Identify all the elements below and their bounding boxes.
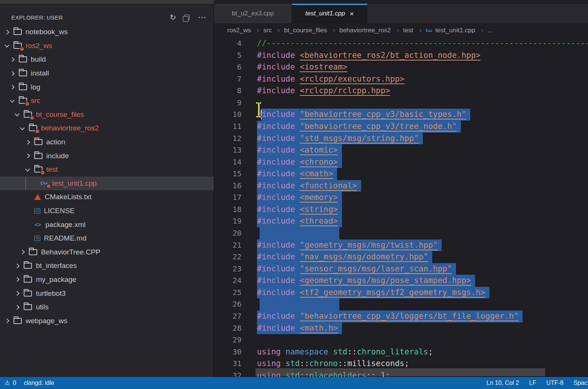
- code-line-17[interactable]: 17#include <memory>: [214, 192, 588, 204]
- tree-item-bt-course-files[interactable]: ×bt_course_files: [0, 108, 214, 122]
- tree-item-test-unit1-cpp[interactable]: C++×test_unit1.cpp: [0, 177, 214, 191]
- code-line-27[interactable]: 27#include "behaviortree_cpp_v3/loggers/…: [214, 310, 588, 322]
- code-line-22[interactable]: 22#include "nav_msgs/msg/odometry.hpp": [214, 251, 588, 263]
- code-token: [295, 157, 300, 166]
- tree-item-icon-wrap: ×: [19, 98, 27, 104]
- tree-item-log[interactable]: log: [0, 80, 214, 94]
- code-line-7[interactable]: 7#include <rclcpp/executors.hpp>: [214, 73, 588, 85]
- breadcrumb-item-behaviortree-ros2[interactable]: behaviortree_ros2: [339, 27, 391, 34]
- tree-item-label: utils: [36, 303, 49, 311]
- code-line-30[interactable]: 30using namespace std::chrono_literals;: [214, 346, 588, 358]
- code-token: "behaviortree_cpp_v3/tree_node.h": [300, 122, 457, 131]
- code-line-9[interactable]: 9: [214, 97, 588, 109]
- code-line-8[interactable]: 8#include <rclcpp/rclcpp.hpp>: [214, 85, 588, 97]
- tree-item-test[interactable]: ×test: [0, 163, 214, 177]
- code-line-11[interactable]: 11#include "behaviortree_cpp_v3/tree_nod…: [214, 121, 588, 133]
- tree-item-behaviortree-cpp[interactable]: BehaviorTree.CPP: [0, 245, 214, 259]
- code-token: <string>: [300, 205, 338, 214]
- tree-item-bt-interfaces[interactable]: bt_interfaces: [0, 259, 214, 273]
- code-token: <atomic>: [300, 145, 338, 154]
- tree-item-utils[interactable]: utils: [0, 300, 214, 314]
- code-token: [281, 359, 286, 368]
- tree-item-package-xml[interactable]: <>package.xml: [0, 218, 214, 232]
- tab-bt-u2-ex3-cpp[interactable]: bt_u2_ex3.cpp: [214, 4, 292, 23]
- tree-item-readme-md[interactable]: README.md: [0, 232, 214, 245]
- code-line-16[interactable]: 16#include <functional>: [214, 180, 588, 192]
- code-line-28[interactable]: 28#include <math.h>: [214, 322, 588, 335]
- problems-indicator[interactable]: ⚠ 0: [5, 380, 16, 386]
- tree-item-my-package[interactable]: my_package: [0, 273, 214, 287]
- tree-item-action[interactable]: action: [0, 135, 214, 149]
- tree-item-build[interactable]: build: [0, 53, 214, 67]
- folder-icon: [24, 304, 32, 310]
- code-line-12[interactable]: 12#include "std_msgs/msg/string.hpp": [214, 133, 588, 145]
- breadcrumb-item-ros2-ws[interactable]: ros2_ws: [227, 27, 251, 34]
- breadcrumb-item-bt-course-files[interactable]: bt_course_files: [284, 27, 327, 34]
- selection-highlight: #include <functional>: [257, 180, 361, 192]
- folder-icon: [14, 318, 22, 324]
- tree-item-icon-wrap: [19, 84, 27, 90]
- code-editor[interactable]: 4//-------------------------------------…: [214, 38, 588, 377]
- tree-item-label: build: [31, 55, 46, 64]
- indent-indicator[interactable]: Spac: [574, 380, 587, 386]
- code-token: #include: [257, 145, 295, 154]
- encoding-indicator[interactable]: UTF-8: [546, 380, 563, 386]
- tree-item-turtlebot3[interactable]: turtlebot3: [0, 286, 214, 300]
- code-line-26[interactable]: 26: [214, 298, 588, 310]
- more-actions-icon[interactable]: ⋯: [198, 14, 207, 21]
- chevron-right-icon: [480, 29, 483, 32]
- code-token: [295, 252, 300, 261]
- folder-icon: [29, 249, 37, 255]
- chevron-right-icon: [276, 29, 280, 32]
- line-col-indicator[interactable]: Ln 10, Col 2: [486, 380, 519, 386]
- tree-item-notebook-ws[interactable]: notebook_ws: [0, 25, 214, 39]
- breadcrumb-item-test-unit1-cpp[interactable]: test_unit1.cpp: [435, 27, 475, 34]
- tab-bar: bt_u2_ex3.cpptest_unit1.cpp×: [214, 4, 588, 23]
- code-line-10[interactable]: 10#include "behaviortree_cpp_v3/basic_ty…: [214, 109, 588, 121]
- tree-item-license[interactable]: LICENSE: [0, 204, 214, 218]
- code-line-14[interactable]: 14#include <chrono>: [214, 156, 588, 168]
- code-line-4[interactable]: 4//-------------------------------------…: [214, 38, 588, 50]
- status-bar-right: Ln 10, Col 2 LF UTF-8 Spac: [486, 380, 588, 386]
- close-icon[interactable]: ×: [349, 10, 354, 17]
- code-line-6[interactable]: 6#include <iostream>: [214, 61, 588, 73]
- eol-indicator[interactable]: LF: [529, 380, 536, 386]
- tree-item-cmakelists-txt[interactable]: CMakeLists.txt: [0, 190, 214, 204]
- code-token: "behaviortree_cpp_v3/loggers/bt_file_log…: [300, 312, 519, 321]
- tree-item-src[interactable]: ×src: [0, 94, 214, 108]
- refresh-icon[interactable]: ↻: [170, 14, 176, 21]
- tree-item-behaviortree-ros2[interactable]: ×behaviortree_ros2: [0, 121, 214, 135]
- code-line-25[interactable]: 25#include <tf2_geometry_msgs/tf2_geomet…: [214, 287, 588, 299]
- explorer-header: EXPLORER: USER ↻ ⋯: [0, 9, 213, 26]
- code-line-19[interactable]: 19#include <thread>: [214, 215, 588, 227]
- tab-test-unit1-cpp[interactable]: test_unit1.cpp×: [292, 4, 367, 23]
- line-content: #include <rclcpp/rclcpp.hpp>: [242, 85, 390, 97]
- code-line-18[interactable]: 18#include <string>: [214, 204, 588, 216]
- clangd-status[interactable]: clangd: idle: [24, 380, 54, 386]
- code-line-5[interactable]: 5#include <behaviortree_ros2/bt_action_n…: [214, 50, 588, 62]
- line-number: 5: [214, 50, 242, 62]
- breadcrumb-item-test[interactable]: test: [403, 27, 413, 34]
- tree-item-install[interactable]: install: [0, 67, 214, 80]
- line-number: 24: [214, 275, 242, 287]
- tree-item-icon-wrap: ×: [29, 125, 37, 131]
- tree-item-ros2-ws[interactable]: ×ros2_ws: [0, 39, 214, 53]
- chevron-down-icon: [25, 166, 30, 171]
- code-line-13[interactable]: 13#include <atomic>: [214, 144, 588, 156]
- breadcrumb-item--[interactable]: ...: [488, 27, 493, 34]
- breadcrumb-item-src[interactable]: src: [263, 27, 272, 34]
- tree-item-webpage-ws[interactable]: webpage_ws: [0, 314, 214, 328]
- tree-item-include[interactable]: include: [0, 149, 214, 163]
- code-token: [295, 216, 300, 226]
- code-line-15[interactable]: 15#include <cmath>: [214, 168, 588, 180]
- status-bar: ⚠ 0 clangd: idle Ln 10, Col 2 LF UTF-8 S…: [0, 377, 588, 389]
- chevron-right-icon: [5, 318, 9, 323]
- code-line-24[interactable]: 24#include <geometry_msgs/msg/pose_stamp…: [214, 275, 588, 287]
- horizontal-scrollbar[interactable]: [255, 368, 545, 376]
- code-line-21[interactable]: 21#include "geometry_msgs/msg/twist.hpp": [214, 239, 588, 251]
- code-line-29[interactable]: 29: [214, 334, 588, 346]
- code-line-23[interactable]: 23#include "sensor_msgs/msg/laser_scan.h…: [214, 263, 588, 275]
- code-token: [281, 347, 286, 356]
- duplicate-icon[interactable]: [184, 15, 190, 20]
- code-line-20[interactable]: 20: [214, 227, 588, 239]
